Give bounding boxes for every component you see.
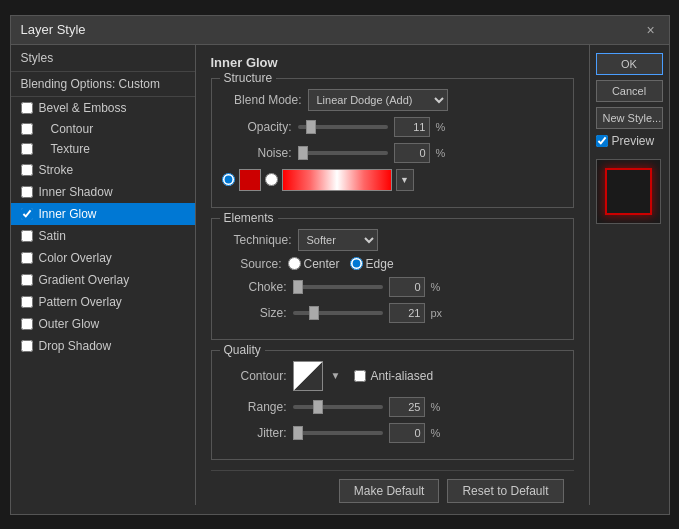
noise-label: Noise:	[222, 146, 292, 160]
blend-mode-row: Blend Mode: Linear Dodge (Add) Normal Sc…	[222, 89, 563, 111]
sidebar-item-satin[interactable]: Satin	[11, 225, 195, 247]
size-input[interactable]	[389, 303, 425, 323]
size-unit: px	[431, 307, 445, 319]
opacity-row: Opacity: %	[222, 117, 563, 137]
gradient-overlay-checkbox[interactable]	[21, 274, 33, 286]
noise-unit: %	[436, 147, 450, 159]
source-label: Source:	[222, 257, 282, 271]
range-row: Range: %	[222, 397, 563, 417]
outer-glow-checkbox[interactable]	[21, 318, 33, 330]
range-label: Range:	[222, 400, 287, 414]
reset-default-button[interactable]: Reset to Default	[447, 479, 563, 503]
source-radio-group: Center Edge	[288, 257, 394, 271]
preview-box	[596, 159, 661, 224]
satin-checkbox[interactable]	[21, 230, 33, 242]
pattern-overlay-checkbox[interactable]	[21, 296, 33, 308]
noise-slider[interactable]	[298, 151, 388, 155]
contour-preview[interactable]	[293, 361, 323, 391]
texture-label: Texture	[51, 142, 90, 156]
preview-checkbox[interactable]	[596, 135, 608, 147]
technique-row: Technique: Softer Precise	[222, 229, 563, 251]
inner-glow-checkbox[interactable]	[21, 208, 33, 220]
size-row: Size: px	[222, 303, 563, 323]
choke-row: Choke: %	[222, 277, 563, 297]
jitter-label: Jitter:	[222, 426, 287, 440]
gradient-radio[interactable]	[265, 173, 278, 186]
cancel-button[interactable]: Cancel	[596, 80, 663, 102]
section-title: Inner Glow	[211, 55, 574, 70]
new-style-button[interactable]: New Style...	[596, 107, 663, 129]
jitter-row: Jitter: %	[222, 423, 563, 443]
sidebar-item-pattern-overlay[interactable]: Pattern Overlay	[11, 291, 195, 313]
choke-input[interactable]	[389, 277, 425, 297]
sidebar-item-bevel-emboss[interactable]: Bevel & Emboss	[11, 97, 195, 119]
color-overlay-checkbox[interactable]	[21, 252, 33, 264]
gradient-dropdown-button[interactable]: ▼	[396, 169, 414, 191]
anti-aliased-checkbox[interactable]	[354, 370, 366, 382]
satin-label: Satin	[39, 229, 66, 243]
right-panel: OK Cancel New Style... Preview	[589, 45, 669, 505]
elements-group-title: Elements	[220, 211, 278, 225]
bottom-button-row: Make Default Reset to Default	[211, 470, 574, 505]
contour-dropdown-arrow[interactable]: ▼	[331, 370, 341, 381]
range-slider[interactable]	[293, 405, 383, 409]
title-bar: Layer Style ×	[11, 16, 669, 45]
stroke-checkbox[interactable]	[21, 164, 33, 176]
sidebar-item-color-overlay[interactable]: Color Overlay	[11, 247, 195, 269]
sidebar-item-gradient-overlay[interactable]: Gradient Overlay	[11, 269, 195, 291]
blending-options[interactable]: Blending Options: Custom	[11, 72, 195, 97]
center-label: Center	[304, 257, 340, 271]
center-option: Center	[288, 257, 340, 271]
jitter-slider[interactable]	[293, 431, 383, 435]
sidebar-item-outer-glow[interactable]: Outer Glow	[11, 313, 195, 335]
inner-shadow-label: Inner Shadow	[39, 185, 113, 199]
color-row: ▼	[222, 169, 563, 191]
opacity-label: Opacity:	[222, 120, 292, 134]
center-radio[interactable]	[288, 257, 301, 270]
layer-style-dialog: Layer Style × Styles Blending Options: C…	[10, 15, 670, 515]
size-label: Size:	[222, 306, 287, 320]
bevel-emboss-checkbox[interactable]	[21, 102, 33, 114]
color-swatch[interactable]	[239, 169, 261, 191]
contour-label: Contour:	[222, 369, 287, 383]
styles-header: Styles	[11, 45, 195, 72]
texture-checkbox[interactable]	[21, 143, 33, 155]
gradient-preview[interactable]	[282, 169, 392, 191]
noise-input[interactable]	[394, 143, 430, 163]
outer-glow-label: Outer Glow	[39, 317, 100, 331]
sidebar-item-stroke[interactable]: Stroke	[11, 159, 195, 181]
edge-radio[interactable]	[350, 257, 363, 270]
make-default-button[interactable]: Make Default	[339, 479, 440, 503]
dialog-title: Layer Style	[21, 22, 86, 37]
contour-checkbox[interactable]	[21, 123, 33, 135]
close-button[interactable]: ×	[643, 22, 659, 38]
jitter-input[interactable]	[389, 423, 425, 443]
source-row: Source: Center Edge	[222, 257, 563, 271]
size-slider[interactable]	[293, 311, 383, 315]
ok-button[interactable]: OK	[596, 53, 663, 75]
blend-mode-label: Blend Mode:	[222, 93, 302, 107]
sidebar-item-drop-shadow[interactable]: Drop Shadow	[11, 335, 195, 357]
sidebar-item-contour[interactable]: Contour	[11, 119, 195, 139]
elements-group: Elements Technique: Softer Precise Sourc…	[211, 218, 574, 340]
technique-select[interactable]: Softer Precise	[298, 229, 378, 251]
opacity-slider[interactable]	[298, 125, 388, 129]
sidebar-item-inner-shadow[interactable]: Inner Shadow	[11, 181, 195, 203]
inner-shadow-checkbox[interactable]	[21, 186, 33, 198]
color-overlay-label: Color Overlay	[39, 251, 112, 265]
sidebar-item-inner-glow[interactable]: Inner Glow	[11, 203, 195, 225]
opacity-input[interactable]	[394, 117, 430, 137]
bevel-emboss-label: Bevel & Emboss	[39, 101, 127, 115]
anti-alias-row: Anti-aliased	[354, 369, 433, 383]
preview-row: Preview	[596, 134, 663, 148]
drop-shadow-checkbox[interactable]	[21, 340, 33, 352]
solid-color-radio[interactable]	[222, 173, 235, 186]
choke-slider[interactable]	[293, 285, 383, 289]
drop-shadow-label: Drop Shadow	[39, 339, 112, 353]
jitter-unit: %	[431, 427, 445, 439]
gradient-overlay-label: Gradient Overlay	[39, 273, 130, 287]
blend-mode-select[interactable]: Linear Dodge (Add) Normal Screen Multipl…	[308, 89, 448, 111]
range-input[interactable]	[389, 397, 425, 417]
sidebar-item-texture[interactable]: Texture	[11, 139, 195, 159]
range-unit: %	[431, 401, 445, 413]
